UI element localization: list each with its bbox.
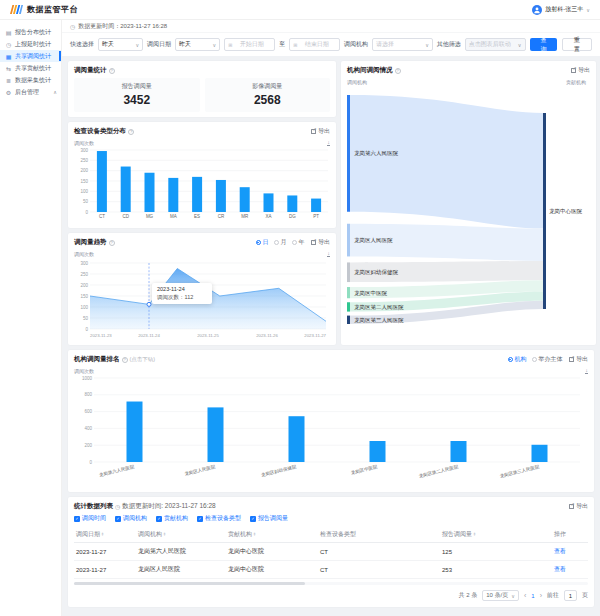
bar-龙岗区第二人民医院[interactable] <box>451 441 467 462</box>
column-toggle-报告调阅量[interactable]: ✓报告调阅量 <box>250 514 288 523</box>
trend-mode-日[interactable]: 日 <box>256 238 269 247</box>
table-cell: 125 <box>440 543 552 561</box>
export-button[interactable]: ↗ 导出 <box>569 502 589 511</box>
view-link[interactable]: 查看 <box>554 548 566 554</box>
ranking-mode-机构[interactable]: 机构 <box>508 355 527 364</box>
table-card: 统计数据列表 ◷ 数据更新时间: 2023-11-27 16:28 ↗ 导出 ✓… <box>68 497 594 607</box>
sidebar-item-data-collection[interactable]: ≣数据采集统计 <box>0 74 61 86</box>
bar-ES[interactable] <box>192 177 202 212</box>
radio-icon <box>274 240 279 245</box>
table-row: 2023-11-27龙岗第六人民医院龙岗中心医院CT125查看 <box>74 543 588 561</box>
svg-text:50: 50 <box>83 199 89 204</box>
clock-icon: ◷ <box>70 23 75 30</box>
sidebar-item-share-review[interactable]: ▦共享调阅统计 <box>0 50 61 62</box>
bar-CR[interactable] <box>216 180 226 212</box>
column-toggle-调阅时间[interactable]: ✓调阅时间 <box>74 514 106 523</box>
sidebar-item-admin[interactable]: ⚙后台管理∧ <box>0 86 61 98</box>
sankey-node-left-6[interactable] <box>347 316 350 324</box>
chevron-down-icon: ∨ <box>586 7 590 13</box>
goto-page-input[interactable] <box>564 590 577 601</box>
sort-icon[interactable]: ▲▼ <box>473 532 476 537</box>
sidebar-item-label: 上报延时统计 <box>15 40 51 49</box>
column-toggle-调阅机构[interactable]: ✓调阅机构 <box>115 514 147 523</box>
bar-CT[interactable] <box>97 151 107 212</box>
export-button[interactable]: ↗ 导出 <box>569 355 589 364</box>
user-menu[interactable]: 放射科-张三丰 ∨ <box>532 5 590 15</box>
sankey-node-left-5[interactable] <box>347 302 350 311</box>
device-bar-chart[interactable]: 050100150200250300CTCDMGMAESCRMRXADGPT <box>74 148 330 223</box>
column-header-调阅日期[interactable]: 调阅日期▲▼ <box>74 527 136 543</box>
tooltip-date: 2023-11-24 <box>157 286 207 292</box>
bar-龙岗区第三人民医院[interactable] <box>532 445 548 462</box>
export-button[interactable]: ↗ 导出 <box>311 127 331 136</box>
column-header-调阅机构[interactable]: 调阅机构▲▼ <box>136 527 226 543</box>
svg-text:0: 0 <box>85 210 88 215</box>
sort-icon[interactable]: ▲▼ <box>253 532 256 537</box>
svg-text:250: 250 <box>80 158 88 163</box>
quick-select[interactable]: 昨天 ∨ <box>98 38 143 51</box>
sankey-chart[interactable]: 龙岗第六人民医院龙岗区人民医院龙岗区妇幼保健院龙岗区中医院龙岗区第二人民医院龙岗… <box>347 87 590 336</box>
page-size-select[interactable]: 10 条/页 ∨ <box>482 590 519 601</box>
sort-icon[interactable]: ▲▼ <box>163 532 166 537</box>
sidebar-item-label: 共享贡献统计 <box>15 64 51 73</box>
reset-button[interactable]: 重置 <box>562 38 592 51</box>
org-select[interactable]: 请选择 ∨ <box>372 38 433 51</box>
export-button[interactable]: ↗ 导出 <box>311 238 331 247</box>
trend-mode-年[interactable]: 年 <box>292 238 305 247</box>
download-icon[interactable]: ↓ <box>327 140 330 147</box>
sidebar-item-report-delay[interactable]: ◷上报延时统计 <box>0 38 61 50</box>
bar-龙岗区人民医院[interactable] <box>208 407 224 462</box>
export-icon: ↗ <box>569 357 575 363</box>
bar-龙岗区妇幼保健院[interactable] <box>289 416 305 462</box>
bar-CD[interactable] <box>121 167 131 212</box>
view-link[interactable]: 查看 <box>554 566 566 572</box>
sankey-flow-1[interactable] <box>350 95 543 229</box>
current-page[interactable]: 1 <box>531 593 534 599</box>
bar-DG[interactable] <box>287 195 297 212</box>
svg-text:龙岗区第三人民医院: 龙岗区第三人民医院 <box>499 463 540 480</box>
bar-龙岗第六人民医院[interactable] <box>127 402 143 462</box>
svg-text:2023-11-24: 2023-11-24 <box>138 333 160 338</box>
trend-mode-月[interactable]: 月 <box>274 238 287 247</box>
bar-MA[interactable] <box>168 178 178 212</box>
column-toggle-检查设备类型[interactable]: ✓检查设备类型 <box>197 514 241 523</box>
ranking-mode-举办主体[interactable]: 举办主体 <box>532 355 563 364</box>
query-button[interactable]: 查询 <box>530 38 558 51</box>
ranking-bar-chart[interactable]: 02004006008001000龙岗第六人民医院龙岗区人民医院龙岗区妇幼保健院… <box>74 376 588 487</box>
device-chart-ylabel: 调阅次数 <box>74 140 94 146</box>
prev-page-button[interactable]: ‹ <box>524 592 526 599</box>
svg-text:MG: MG <box>146 214 154 219</box>
sidebar-item-share-contribution[interactable]: ⇆共享贡献统计 <box>0 62 61 74</box>
bar-MG[interactable] <box>145 173 155 212</box>
admin-gear-icon: ⚙ <box>5 89 12 96</box>
sankey-node-left-3[interactable] <box>347 262 350 282</box>
sort-icon[interactable]: ▲▼ <box>101 532 104 537</box>
bar-MR[interactable] <box>240 187 250 212</box>
download-icon[interactable]: ↓ <box>585 368 588 375</box>
download-icon[interactable]: ↓ <box>327 251 330 258</box>
export-button[interactable]: ↗ 导出 <box>571 66 591 75</box>
trend-chart-title: 调阅量趋势 <box>74 238 107 247</box>
end-date-input[interactable]: ⊞ 结束日期 <box>289 38 340 51</box>
sankey-node-left-2[interactable] <box>347 224 350 257</box>
scrollbar-thumb[interactable] <box>74 582 305 585</box>
sankey-node-left-1[interactable] <box>347 95 350 212</box>
bar-龙岗区中医院[interactable] <box>370 441 386 462</box>
trend-marker[interactable] <box>147 302 151 306</box>
column-header-报告调阅量[interactable]: 报告调阅量▲▼ <box>440 527 552 543</box>
date-select[interactable]: 昨天 ∨ <box>175 38 220 51</box>
start-date-input[interactable]: ⊞ 开始日期 <box>224 38 275 51</box>
sankey-node-right[interactable] <box>543 113 546 309</box>
sidebar-item-report-distribution[interactable]: ▤报告分布统计 <box>0 26 61 38</box>
bar-XA[interactable] <box>264 193 274 212</box>
export-label: 导出 <box>576 355 588 364</box>
table-update-time: 数据更新时间: 2023-11-27 16:28 <box>122 502 215 511</box>
trend-area-chart[interactable]: 0501001502002503002023-11-232023-11-2420… <box>74 259 330 340</box>
column-header-贡献机构[interactable]: 贡献机构▲▼ <box>226 527 318 543</box>
next-page-button[interactable]: › <box>540 592 542 599</box>
sankey-node-left-4[interactable] <box>347 287 350 298</box>
column-toggle-贡献机构[interactable]: ✓贡献机构 <box>156 514 188 523</box>
app-logo: 数据监管平台 <box>10 4 78 15</box>
bar-PT[interactable] <box>311 199 321 212</box>
horizontal-scrollbar[interactable] <box>74 582 588 585</box>
